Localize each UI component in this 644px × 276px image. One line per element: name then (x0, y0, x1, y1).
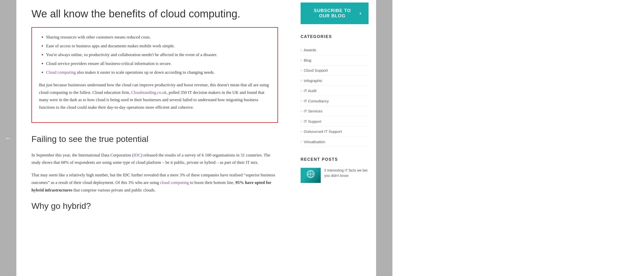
category-it-audit-link[interactable]: › IT Audit (301, 88, 369, 94)
category-awards-link[interactable]: › Awards (301, 47, 369, 53)
highlighted-content-box: Sharing resources with other customers m… (31, 27, 278, 123)
category-cloud-support-link[interactable]: › Cloud Support (301, 67, 369, 74)
recent-posts-section: RECENT POSTS 5 Interesting IT facts we b… (301, 156, 369, 183)
chevron-right-icon: › (301, 139, 302, 144)
category-label: IT Consultancy (304, 98, 329, 104)
category-infographic-link[interactable]: › Infographic (301, 77, 369, 84)
chevron-right-icon: › (301, 108, 302, 114)
right-sidebar-far (376, 0, 392, 276)
bullet-5-text: also makes it easier to scale operations… (77, 70, 215, 75)
paragraph-3: That may seem like a relatively high num… (31, 171, 278, 194)
paragraph-2: In September this year, the Internationa… (31, 151, 278, 167)
category-label: IT Services (304, 108, 323, 114)
category-label: Virtualisation (304, 139, 325, 145)
category-label: Awards (304, 47, 316, 53)
recent-post-thumbnail (301, 168, 321, 183)
category-label: IT Audit (304, 88, 316, 94)
idc-link[interactable]: IDC (134, 153, 141, 157)
section2-heading: Failing to see the true potential (31, 132, 278, 146)
subscribe-label: SUBSCRIBE TO OUR BLOG (308, 8, 357, 19)
recent-post-title[interactable]: 5 Interesting IT facts we bet you didn't… (324, 168, 369, 178)
right-sidebar: SUBSCRIBE TO OUR BLOG › CATEGORIES › Awa… (293, 0, 376, 276)
list-item: › Awards (301, 45, 369, 55)
category-label: IT Support (304, 118, 321, 125)
chevron-right-icon: › (301, 47, 302, 53)
paragraph-1: But just because businesses understand h… (39, 81, 270, 111)
list-item: › Infographic (301, 76, 369, 86)
para3-part2: to boost their bottom line, (189, 180, 235, 185)
left-sidebar[interactable]: ← (0, 0, 16, 276)
list-item: › Cloud Support (301, 65, 369, 76)
thumbnail-icon (303, 169, 318, 182)
section3-heading: Why go hybrid? (31, 199, 278, 213)
recent-posts-title: RECENT POSTS (301, 156, 369, 163)
recent-post-item: 5 Interesting IT facts we bet you didn't… (301, 168, 369, 183)
chevron-right-icon: › (301, 68, 302, 73)
category-it-consultancy-link[interactable]: › IT Consultancy (301, 98, 369, 104)
category-it-support-link[interactable]: › IT Support (301, 118, 369, 125)
para2-part1: In September this year, the Internationa… (31, 153, 134, 157)
list-item: › Blog (301, 55, 369, 66)
category-it-services-link[interactable]: › IT Services (301, 108, 369, 114)
chevron-right-icon: › (301, 119, 302, 124)
category-label: Outsourced IT Support (304, 128, 342, 135)
category-blog-link[interactable]: › Blog (301, 57, 369, 64)
category-label: Blog (304, 57, 311, 64)
list-item: › IT Services (301, 106, 369, 116)
chevron-right-icon: › (301, 98, 302, 104)
list-item: You're always online, so productivity an… (46, 51, 270, 59)
categories-title: CATEGORIES (301, 33, 369, 40)
list-item: › IT Consultancy (301, 96, 369, 106)
prev-arrow-icon[interactable]: ← (5, 132, 12, 144)
chevron-right-icon: › (301, 129, 302, 134)
cloud-computing-link-1[interactable]: Cloud computing (46, 70, 76, 75)
main-content: We all know the benefits of cloud comput… (16, 0, 293, 276)
list-item: › IT Audit (301, 86, 369, 96)
main-heading: We all know the benefits of cloud comput… (31, 8, 278, 20)
category-label: Cloud Support (304, 67, 328, 74)
chevron-right-icon: › (301, 57, 302, 63)
subscribe-arrow-icon: › (359, 10, 361, 17)
benefits-list: Sharing resources with other customers m… (39, 34, 270, 76)
chevron-right-icon: › (301, 88, 302, 94)
chevron-right-icon: › (301, 78, 302, 83)
category-label: Infographic (304, 77, 322, 84)
cloudstanding-link[interactable]: Cloudstanding.co.uk (131, 90, 167, 95)
category-virtualisation-link[interactable]: › Virtualisation (301, 139, 369, 145)
list-item: Ease of access to business apps and docu… (46, 43, 270, 50)
list-item: › Outsourced IT Support (301, 127, 369, 137)
category-list: › Awards › Blog › Cloud Support (301, 45, 369, 147)
list-item: Sharing resources with other customers m… (46, 34, 270, 41)
categories-section: CATEGORIES › Awards › Blog › (301, 33, 369, 147)
para3-end: that comprise various private and public… (72, 188, 155, 192)
subscribe-button[interactable]: SUBSCRIBE TO OUR BLOG › (301, 3, 369, 24)
list-item: Cloud computing also makes it easier to … (46, 69, 270, 76)
list-item: Cloud service providers ensure all busin… (46, 60, 270, 67)
list-item: › IT Support (301, 116, 369, 127)
list-item: › Virtualisation (301, 137, 369, 147)
category-outsourced-it-support-link[interactable]: › Outsourced IT Support (301, 128, 369, 135)
cloud-computing-link-2[interactable]: cloud computing (160, 180, 189, 185)
